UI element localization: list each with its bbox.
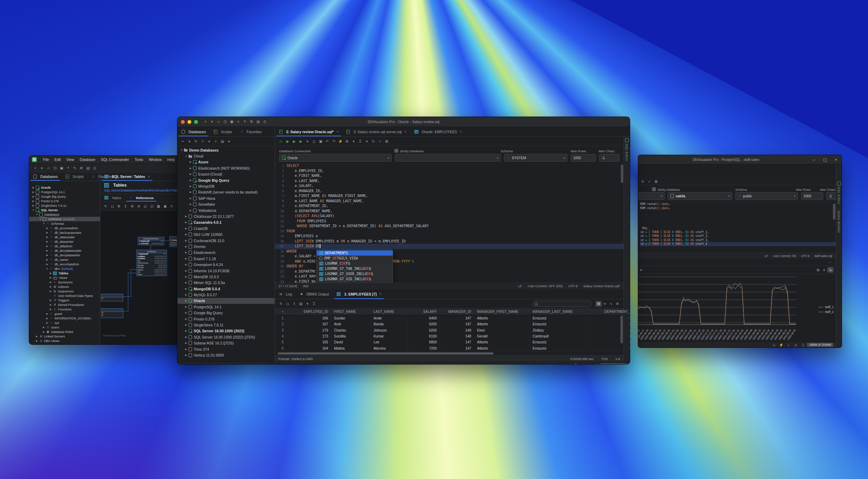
sql-line[interactable]: 5 e.SALARY, bbox=[275, 183, 624, 189]
tree-item[interactable]: ▶Presto 0.278 bbox=[177, 316, 275, 322]
sql-line[interactable] bbox=[640, 214, 836, 219]
format-sql-icon[interactable]: ⚡ bbox=[338, 139, 343, 143]
cell[interactable]: 80 bbox=[590, 315, 630, 321]
result-tab[interactable]: ▤Log bbox=[275, 289, 296, 299]
memory-indicator[interactable]: 429M of 2048M bbox=[600, 363, 627, 365]
chevron-down-icon[interactable]: ▾ bbox=[227, 139, 231, 143]
cell[interactable]: 165 bbox=[291, 339, 331, 345]
menu-window[interactable]: Window bbox=[146, 157, 164, 162]
redo-icon[interactable]: ↷ bbox=[332, 139, 336, 143]
grid-view-icon[interactable]: ⊞ bbox=[595, 301, 602, 307]
table-row[interactable]: 6164MatteaMarvins7200147AlbertoErrazuriz… bbox=[275, 345, 624, 351]
cell[interactable]: Eleni bbox=[474, 327, 530, 333]
maximize-button[interactable] bbox=[194, 120, 198, 124]
chevron-down-icon[interactable]: ▾ bbox=[639, 268, 643, 272]
sql-line[interactable]: day, bbox=[640, 226, 836, 230]
cell[interactable]: 3 bbox=[275, 327, 291, 333]
column-header[interactable]: MANAGER_LAST_NAME bbox=[530, 309, 590, 315]
fullscreen-icon[interactable]: ◰ bbox=[150, 204, 154, 208]
chart-view-icon[interactable]: ∿ bbox=[827, 267, 834, 273]
cell[interactable]: Banda bbox=[371, 321, 408, 327]
memory-indicator[interactable]: 486M of 2048M bbox=[807, 343, 834, 347]
tree-item[interactable]: ▶Google Big Query bbox=[29, 194, 100, 199]
close-icon[interactable]: × bbox=[336, 130, 339, 134]
format-label[interactable]: Format: <Select a Cell> bbox=[278, 357, 313, 361]
cell[interactable]: 147 bbox=[440, 321, 474, 327]
cell[interactable]: Alberto bbox=[474, 321, 530, 327]
cell[interactable]: 6 bbox=[275, 345, 291, 351]
tree-item[interactable]: ▶MariaDB 10.6.5 bbox=[177, 274, 275, 280]
table-row[interactable]: 5165DavidLee6800147AlbertoErrazuriz80Sal… bbox=[275, 339, 624, 345]
tree-item[interactable]: ▶∷db_accessadmin bbox=[29, 226, 100, 230]
text-view-icon[interactable]: ≡ bbox=[821, 267, 827, 273]
entity-box-partial[interactable] bbox=[101, 294, 123, 301]
file-icon[interactable]: ▤ bbox=[299, 302, 303, 306]
commit-check-icon[interactable]: ✓ bbox=[647, 180, 652, 183]
sticky-checkbox[interactable] bbox=[394, 149, 398, 153]
cell[interactable]: 179 bbox=[291, 327, 331, 333]
tree-item[interactable]: ▶Google Big Query bbox=[177, 177, 275, 183]
cell[interactable]: 80 bbox=[590, 339, 630, 345]
cell[interactable]: Errazuriz bbox=[530, 345, 590, 351]
tree-item[interactable]: ▶PostgreSQL 14.1 bbox=[29, 190, 100, 194]
autocomplete-item[interactable]: EMP_DETAILS_VIEW bbox=[317, 256, 393, 261]
tab-sql-editor[interactable]: SQL Editor bbox=[625, 144, 629, 161]
filter-icon[interactable]: ▽ bbox=[200, 139, 205, 143]
tree-item[interactable]: ▶▥Indexes bbox=[29, 284, 100, 289]
tree-item[interactable]: ▶Clickhouse 22.10.1.1877 bbox=[177, 213, 275, 219]
cell[interactable]: 167 bbox=[291, 321, 331, 327]
edit-icon[interactable]: ✎ bbox=[73, 166, 77, 170]
cell[interactable]: 6400 bbox=[408, 315, 440, 321]
monitor-chart-icon[interactable]: ▤ bbox=[256, 120, 260, 124]
tree-item[interactable]: ▶∷db_denydatawriter bbox=[29, 253, 100, 257]
title-bar[interactable]: DbVisualizer Pro - PostgreSQL - staff-sa… bbox=[638, 155, 842, 164]
tree-item[interactable]: ▶∷guest bbox=[29, 311, 100, 316]
sql-line[interactable]: 16 LEFT JOIN EMPLOYEES m ON e.MANAGER_ID… bbox=[275, 239, 624, 244]
cell[interactable]: Johnson bbox=[371, 327, 408, 333]
title-bar[interactable]: +▾▱◳▣⌖✎⚙▤◷ DbVisualizer Pro - Oracle - S… bbox=[177, 117, 630, 127]
cell[interactable]: 147 bbox=[440, 315, 474, 321]
tree-item[interactable]: ▶Sybase ASE 16.2 (jTDS) bbox=[177, 340, 275, 346]
column-header[interactable]: • bbox=[275, 309, 291, 315]
tab-databases[interactable]: Databases bbox=[177, 127, 210, 136]
grid-scrollbar[interactable] bbox=[620, 316, 623, 343]
plus-icon[interactable]: + bbox=[181, 139, 185, 143]
zoom-out-icon[interactable]: ⊖ bbox=[136, 204, 141, 208]
menu-database[interactable]: Database bbox=[77, 157, 98, 162]
editor-scrollbar[interactable] bbox=[833, 204, 835, 220]
table-row[interactable]: 1166SundarAnde6400147AlbertoErrazuriz80S… bbox=[275, 315, 624, 321]
editor-tab[interactable]: 2: Salary review Oracle.sql*× bbox=[275, 127, 342, 136]
zoom-in-icon[interactable]: ⊕ bbox=[130, 204, 134, 208]
autocomplete-item[interactable]: LOGMNR_GT_TAB_INCLUDE$ bbox=[317, 266, 393, 271]
sql-line[interactable] bbox=[640, 218, 836, 222]
tree-item[interactable]: ▶≣Linked Servers bbox=[29, 334, 100, 339]
cell[interactable]: Kumar bbox=[371, 333, 408, 339]
close-button[interactable]: × bbox=[831, 157, 842, 162]
run-script-icon[interactable]: ▶ bbox=[285, 139, 290, 143]
autocomplete-item[interactable]: DEPARTMENTS bbox=[317, 250, 393, 256]
editor-scrollbar[interactable] bbox=[621, 165, 623, 183]
database-icon[interactable]: ▤ bbox=[220, 139, 225, 143]
sql-line[interactable]: 4 e.LAST_NAME, bbox=[275, 179, 624, 184]
cell[interactable]: Alberto bbox=[474, 315, 530, 321]
close-button[interactable] bbox=[181, 120, 185, 124]
tree-item[interactable]: ▶◎DBA Views bbox=[29, 339, 100, 343]
save-icon[interactable]: ▣ bbox=[229, 120, 234, 124]
tab-query-builder[interactable]: Query Builder bbox=[837, 211, 841, 234]
tab-databases[interactable]: Databases bbox=[29, 172, 61, 181]
tree-item[interactable]: ▶Mimer SQL 11.0.5a bbox=[177, 280, 275, 286]
tree-item[interactable]: ▶CockroachDB 13.0 bbox=[177, 238, 275, 243]
tree-item[interactable]: ▶∷db_denydatareader bbox=[29, 248, 100, 253]
tab-scripts[interactable]: Scripts bbox=[210, 127, 236, 136]
cell[interactable]: 2 bbox=[275, 321, 291, 327]
cell[interactable]: 173 bbox=[291, 333, 331, 339]
cell[interactable]: Gerald bbox=[474, 333, 530, 339]
cell[interactable]: 6800 bbox=[408, 339, 440, 345]
progress-icon[interactable]: ☼ bbox=[580, 363, 585, 365]
refresh-icon[interactable]: ↻ bbox=[103, 204, 108, 208]
save-icon[interactable]: ▣ bbox=[318, 139, 323, 143]
sql-line[interactable]: id = 1 THEN 1 ELSE 0 END), 0) AS staff_1… bbox=[640, 230, 836, 234]
history-icon[interactable]: ◷ bbox=[92, 166, 97, 170]
sql-line[interactable]: id = 3 THEN 1 ELSE 0 END), 0) AS staff_3… bbox=[640, 238, 836, 242]
tree-item[interactable]: ▶∷db_securityadmin bbox=[29, 262, 100, 266]
